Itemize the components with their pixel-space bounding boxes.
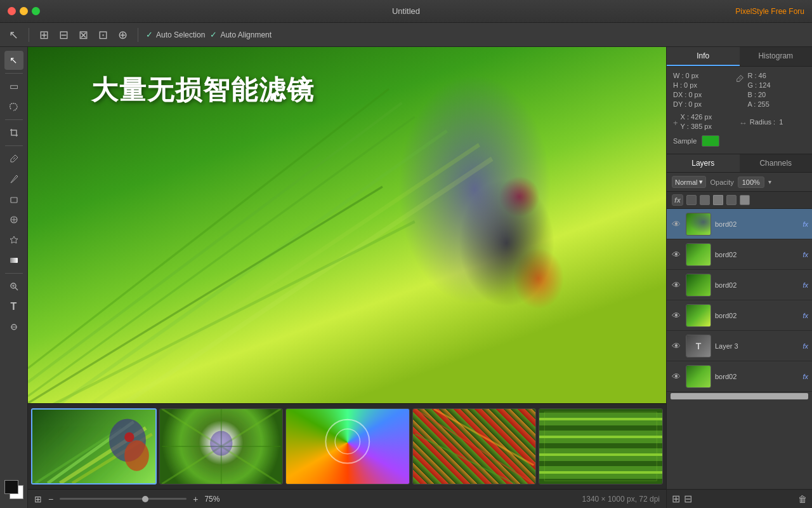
sample-color-swatch[interactable] — [702, 135, 719, 147]
zoom-out-btn[interactable]: − — [48, 494, 53, 504]
layer-visibility-6[interactable]: 👁 — [671, 371, 682, 382]
zoom-tool[interactable] — [4, 277, 23, 296]
maximize-button[interactable] — [32, 7, 40, 15]
blend-mode-select[interactable]: Normal ▾ — [672, 176, 706, 188]
add-layer-group-btn[interactable]: ⊞ — [672, 493, 680, 505]
svg-line-15 — [60, 131, 447, 403]
info-w-row: W : 0 px — [673, 72, 731, 79]
layer-item-6[interactable]: 👁 bord02 fx — [667, 361, 812, 392]
auto-alignment-check[interactable]: ✓ Auto Alignment — [210, 30, 272, 39]
info-b: B : 20 — [748, 91, 766, 98]
delete-layer-btn[interactable]: 🗑 — [798, 494, 807, 504]
color-swatches[interactable] — [3, 479, 25, 500]
eyedropper-tool[interactable] — [4, 149, 23, 168]
move-tool[interactable]: ↖ — [4, 51, 23, 70]
svg-rect-1 — [11, 197, 17, 203]
foreground-color-swatch[interactable] — [4, 480, 18, 494]
layer-visibility-5[interactable]: 👁 — [671, 341, 682, 351]
canvas-main[interactable]: 大量无损智能滤镜 — [28, 47, 666, 403]
fit-window-btn[interactable]: ⊞ — [34, 494, 42, 504]
toolbar: ↖ ⊞ ⊟ ⊠ ⊡ ⊕ ✓ Auto Selection ✓ Auto Alig… — [0, 23, 812, 47]
layer-adjustment-icon[interactable] — [700, 195, 710, 205]
gradient-tool[interactable] — [4, 251, 23, 270]
filmstrip-thumb-3[interactable] — [285, 408, 410, 485]
check-icon2: ✓ — [210, 30, 217, 39]
layer-visibility-2[interactable]: 👁 — [671, 250, 682, 260]
filmstrip-thumb-1[interactable] — [31, 408, 157, 485]
layer-group-icon[interactable] — [726, 195, 737, 205]
zoom-slider[interactable] — [60, 498, 187, 500]
svg-point-25 — [124, 440, 149, 471]
traffic-lights — [0, 7, 40, 15]
transform-btn4[interactable]: ⊡ — [96, 27, 110, 43]
info-x-row: X : 426 px — [681, 113, 737, 121]
brand-label: PixelStyle Free Foru — [735, 7, 804, 16]
layer-item-4[interactable]: 👁 bord02 fx — [667, 300, 812, 331]
layer-name-6: bord02 — [715, 373, 799, 380]
minimize-button[interactable] — [20, 7, 28, 15]
clone-tool[interactable] — [4, 210, 23, 229]
tab-info[interactable]: Info — [667, 47, 740, 66]
view-tool[interactable] — [4, 318, 23, 337]
titlebar: Untitled PixelStyle Free Foru — [0, 0, 812, 23]
layer-thumb-2 — [686, 243, 711, 266]
move-tool-icon[interactable]: ↖ — [6, 27, 21, 43]
info-y-row: Y : 385 px — [681, 123, 737, 130]
radius-row: Radius : 1 — [750, 118, 806, 126]
select-rect-tool[interactable]: ▭ — [4, 77, 23, 96]
info-dy: DY : 0 px — [673, 100, 702, 108]
fx-toolbar: fx — [667, 192, 812, 209]
eyedropper-info-icon — [735, 74, 744, 83]
zoom-slider-thumb[interactable] — [142, 496, 148, 502]
layer-style-icon[interactable] — [713, 195, 723, 205]
filmstrip-thumb-2[interactable] — [159, 408, 284, 485]
layer-visibility-4[interactable]: 👁 — [671, 311, 682, 321]
blend-mode-label: Normal — [675, 178, 697, 186]
toolbar-separator2 — [138, 28, 138, 42]
layer-thumb-4 — [686, 304, 711, 327]
auto-alignment-label: Auto Alignment — [220, 30, 272, 39]
transform-btn1[interactable]: ⊞ — [37, 27, 51, 43]
layer-visibility-1[interactable]: 👁 — [671, 219, 682, 229]
layer-fx-2: fx — [802, 251, 808, 258]
transform-btn5[interactable]: ⊕ — [115, 27, 130, 43]
svg-rect-38 — [545, 412, 657, 481]
layer-fill-icon[interactable] — [740, 195, 750, 205]
xy-row: + X : 426 px Y : 385 px ↔ Radius : 1 — [673, 113, 806, 132]
fx-button[interactable]: fx — [672, 194, 683, 206]
sample-label: Sample — [673, 137, 697, 145]
layer-item-1[interactable]: 👁 bord02 fx — [667, 209, 812, 239]
layer-item-2[interactable]: 👁 bord02 fx — [667, 239, 812, 270]
opacity-value[interactable]: 100% — [738, 177, 764, 188]
layer-thumb-6 — [686, 365, 711, 388]
layer-mask-icon[interactable] — [686, 195, 697, 205]
select-lasso-tool[interactable] — [4, 97, 23, 116]
close-button[interactable] — [8, 7, 16, 15]
svg-point-32 — [326, 420, 370, 464]
filmstrip-thumb-5[interactable] — [539, 408, 663, 485]
auto-selection-check[interactable]: ✓ Auto Selection — [146, 30, 205, 39]
tab-histogram[interactable]: Histogram — [740, 47, 813, 66]
transform-btn2[interactable]: ⊟ — [56, 27, 71, 43]
filmstrip-thumb-4[interactable] — [412, 408, 537, 485]
transform-btn3[interactable]: ⊠ — [76, 27, 91, 43]
heal-tool[interactable] — [4, 231, 23, 250]
crop-tool[interactable] — [4, 123, 23, 142]
check-icon: ✓ — [146, 30, 153, 39]
layer-name-4: bord02 — [715, 312, 799, 319]
tab-channels[interactable]: Channels — [740, 154, 813, 172]
add-layer-mask-btn[interactable]: ⊟ — [684, 493, 692, 505]
opacity-chevron[interactable]: ▾ — [768, 178, 771, 185]
tab-layers[interactable]: Layers — [667, 154, 740, 172]
filmstrip — [28, 403, 666, 489]
layer-item-3[interactable]: 👁 bord02 fx — [667, 270, 812, 300]
layer-item-5[interactable]: 👁 T Layer 3 fx — [667, 331, 812, 361]
layer-visibility-3[interactable]: 👁 — [671, 280, 682, 290]
zoom-in-btn[interactable]: + — [193, 494, 198, 504]
eraser-tool[interactable] — [4, 190, 23, 209]
brush-tool[interactable] — [4, 170, 23, 189]
zoom-slider-area[interactable] — [60, 498, 187, 500]
left-toolbar: ↖ ▭ T — [0, 47, 28, 508]
text-tool[interactable]: T — [4, 297, 23, 316]
blend-mode-chevron: ▾ — [699, 178, 703, 186]
